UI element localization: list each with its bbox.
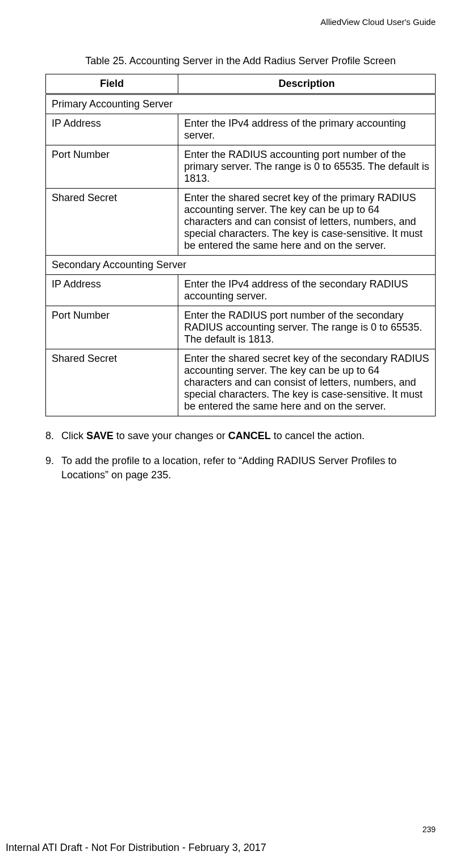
accounting-server-table: Field Description Primary Accounting Ser… <box>45 74 436 416</box>
table-header-field: Field <box>46 74 178 94</box>
table-section-row: Primary Accounting Server <box>46 94 436 114</box>
table-cell-field: Port Number <box>46 145 178 189</box>
save-label: SAVE <box>86 430 114 441</box>
table-cell-description: Enter the shared secret key of the prima… <box>178 189 436 256</box>
table-cell-field: IP Address <box>46 275 178 306</box>
table-row: Port Number Enter the RADIUS port number… <box>46 306 436 349</box>
table-row: Shared Secret Enter the shared secret ke… <box>46 189 436 256</box>
step-text: To add the profile to a location, refer … <box>61 454 436 482</box>
table-cell-field: Port Number <box>46 306 178 349</box>
table-cell-field: Shared Secret <box>46 349 178 416</box>
table-cell-description: Enter the RADIUS accounting port number … <box>178 145 436 189</box>
table-cell-field: Shared Secret <box>46 189 178 256</box>
table-row: IP Address Enter the IPv4 address of the… <box>46 114 436 145</box>
step-text-part: to cancel the action. <box>271 430 365 441</box>
table-row: Shared Secret Enter the shared secret ke… <box>46 349 436 416</box>
step-8: 8. Click SAVE to save your changes or CA… <box>45 429 436 443</box>
table-section-row: Secondary Accounting Server <box>46 256 436 275</box>
step-number: 9. <box>45 454 61 482</box>
page-number: 239 <box>423 825 436 834</box>
step-text-part: to save your changes or <box>114 430 228 441</box>
table-cell-description: Enter the IPv4 address of the primary ac… <box>178 114 436 145</box>
table-cell-field: IP Address <box>46 114 178 145</box>
table-cell-description: Enter the RADIUS port number of the seco… <box>178 306 436 349</box>
table-section-label: Primary Accounting Server <box>46 94 436 114</box>
table-cell-description: Enter the IPv4 address of the secondary … <box>178 275 436 306</box>
table-section-label: Secondary Accounting Server <box>46 256 436 275</box>
draft-notice: Internal ATI Draft - Not For Distributio… <box>6 842 266 854</box>
step-number: 8. <box>45 429 61 443</box>
guide-title: AlliedView Cloud User's Guide <box>45 17 436 27</box>
step-9: 9. To add the profile to a location, ref… <box>45 454 436 482</box>
table-row: IP Address Enter the IPv4 address of the… <box>46 275 436 306</box>
table-caption: Table 25. Accounting Server in the Add R… <box>45 55 436 67</box>
step-text: Click SAVE to save your changes or CANCE… <box>61 429 436 443</box>
cancel-label: CANCEL <box>228 430 271 441</box>
table-cell-description: Enter the shared secret key of the secon… <box>178 349 436 416</box>
table-row: Port Number Enter the RADIUS accounting … <box>46 145 436 189</box>
step-text-part: Click <box>61 430 86 441</box>
table-header-description: Description <box>178 74 436 94</box>
